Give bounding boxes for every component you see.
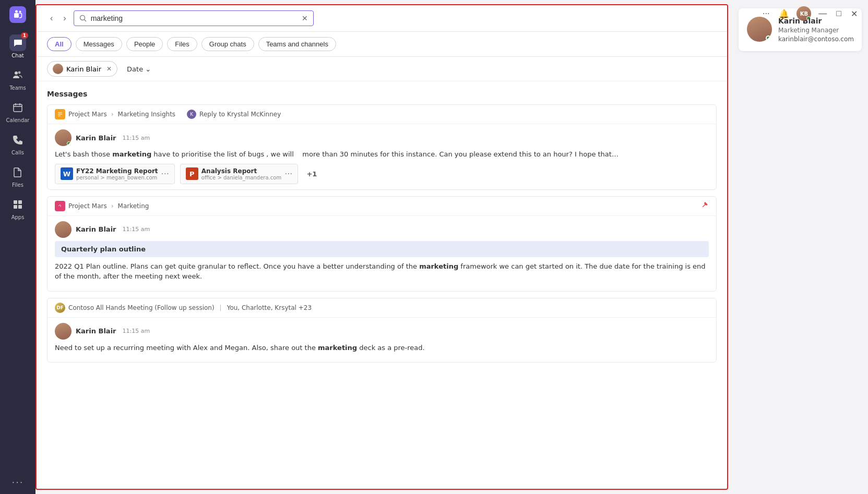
svg-rect-7 xyxy=(18,200,22,204)
message-card: Project Mars › Marketing Insights K Repl… xyxy=(47,104,717,190)
channel-icon xyxy=(55,201,65,211)
contact-title: Marketing Manager xyxy=(778,27,854,34)
svg-rect-8 xyxy=(14,205,17,209)
search-clear-button[interactable]: ✕ xyxy=(302,14,308,22)
breadcrumb-team: Project Mars xyxy=(68,202,107,210)
sender-name: Karin Blair xyxy=(76,225,116,233)
search-input[interactable] xyxy=(91,14,298,22)
message-card-header: DF Contoso All Hands Meeting (Follow up … xyxy=(47,298,716,318)
sender-row: Karin Blair 11:15 am xyxy=(55,221,709,238)
contoso-icon: DF xyxy=(55,303,65,313)
sidebar: 1 Chat Teams Calendar xyxy=(0,0,35,494)
messages-area: Messages Project Mars › Marketing Insigh… xyxy=(37,81,727,489)
sidebar-item-files[interactable]: Files xyxy=(0,160,35,192)
attachment-name: FY22 Marketing Report xyxy=(76,167,158,175)
reply-label: Reply to Krystal McKinney xyxy=(199,111,281,118)
attachment-item[interactable]: P Analysis Report office > daniela_mande… xyxy=(180,164,299,184)
minimize-button[interactable]: — xyxy=(816,7,829,20)
breadcrumb-channel: Marketing Insights xyxy=(118,111,176,118)
attachment-menu-button[interactable]: ··· xyxy=(161,169,169,179)
messages-section-title: Messages xyxy=(47,90,717,98)
message-text: Need to set up a recurring meeting with … xyxy=(55,343,709,353)
sidebar-item-calendar[interactable]: Calendar xyxy=(0,95,35,127)
sidebar-item-chat[interactable]: 1 Chat xyxy=(0,30,35,63)
sender-avatar xyxy=(55,221,72,238)
pin-icon xyxy=(700,201,709,211)
sender-name: Karin Blair xyxy=(76,134,116,142)
tab-all[interactable]: All xyxy=(47,37,72,51)
back-button[interactable]: ‹ xyxy=(47,11,56,25)
svg-rect-5 xyxy=(14,104,22,112)
breadcrumb-group: Contoso All Hands Meeting (Follow up ses… xyxy=(68,304,215,311)
tab-files[interactable]: Files xyxy=(167,37,197,51)
svg-point-3 xyxy=(15,71,18,75)
sender-avatar xyxy=(55,323,72,340)
svg-point-0 xyxy=(19,11,21,13)
breadcrumb-team: Project Mars xyxy=(68,111,107,118)
attachment-path: personal > megan_bowen.com xyxy=(76,175,158,180)
notifications-button[interactable]: 🔔 xyxy=(777,7,791,21)
message-text: 2022 Q1 Plan outline. Plans can get quit… xyxy=(55,261,709,282)
sender-name: Karin Blair xyxy=(76,327,116,335)
forward-button[interactable]: › xyxy=(60,11,69,25)
more-options-button[interactable]: ··· xyxy=(11,477,23,488)
contact-online-dot xyxy=(766,35,771,41)
tab-teams-channels[interactable]: Teams and channels xyxy=(258,37,336,51)
sidebar-item-calls[interactable]: Calls xyxy=(0,127,35,160)
message-text: Let's bash those marketing have to prior… xyxy=(55,149,709,160)
date-filter[interactable]: Date ⌄ xyxy=(123,63,155,75)
tab-people[interactable]: People xyxy=(126,37,163,51)
contact-avatar xyxy=(747,17,772,42)
extra-attachments: +1 xyxy=(303,164,320,184)
filter-tabs: All Messages People Files Group chats Te… xyxy=(37,32,727,57)
calendar-icon xyxy=(9,99,26,116)
search-box: ✕ xyxy=(74,10,314,26)
sender-avatar xyxy=(55,129,72,146)
keyword-highlight: marketing xyxy=(419,262,458,270)
message-card: Project Mars › Marketing Karin Blair 11:… xyxy=(47,196,717,292)
message-card-header: Project Mars › Marketing xyxy=(47,197,716,216)
search-panel: ‹ › ✕ All Messages People Files Group ch… xyxy=(35,4,728,490)
sidebar-item-teams[interactable]: Teams xyxy=(0,63,35,95)
person-filter-clear[interactable]: ✕ xyxy=(106,65,112,73)
user-avatar[interactable]: KB xyxy=(796,6,811,21)
files-icon xyxy=(9,164,26,180)
tab-messages[interactable]: Messages xyxy=(76,37,122,51)
tab-group-chats[interactable]: Group chats xyxy=(201,37,254,51)
reply-avatar: K xyxy=(187,110,196,119)
person-filter[interactable]: Karin Blair ✕ xyxy=(47,61,117,77)
attachment-item[interactable]: W FY22 Marketing Report personal > megan… xyxy=(55,164,175,184)
person-filter-avatar xyxy=(53,64,63,74)
date-filter-label: Date xyxy=(127,65,143,73)
svg-point-12 xyxy=(57,203,63,209)
message-body: Karin Blair 11:15 am Quarterly plan outl… xyxy=(47,216,716,291)
svg-rect-9 xyxy=(18,205,22,209)
contact-email: karinblair@contoso.com xyxy=(778,35,854,43)
sidebar-item-apps[interactable]: Apps xyxy=(0,192,35,224)
search-topbar: ‹ › ✕ xyxy=(37,5,727,32)
participants-label: You, Charlotte, Krsytal +23 xyxy=(227,304,312,311)
svg-point-4 xyxy=(18,71,21,74)
search-icon xyxy=(79,15,87,22)
message-card-header: Project Mars › Marketing Insights K Repl… xyxy=(47,105,716,124)
online-indicator xyxy=(806,16,811,20)
close-button[interactable]: ✕ xyxy=(849,7,860,21)
sender-row: Karin Blair 11:15 am xyxy=(55,129,709,146)
person-filter-name: Karin Blair xyxy=(66,65,101,73)
maximize-button[interactable]: □ xyxy=(834,7,843,20)
message-time: 11:15 am xyxy=(123,135,150,141)
message-time: 11:15 am xyxy=(123,226,150,233)
keyword-highlight: marketing xyxy=(112,150,151,158)
chevron-down-icon: ⌄ xyxy=(145,65,151,73)
attachment-name: Analysis Report xyxy=(201,167,281,175)
svg-point-2 xyxy=(15,10,18,13)
attachment-menu-button[interactable]: ··· xyxy=(284,169,292,179)
calls-icon xyxy=(9,131,26,148)
message-body: Karin Blair 11:15 am Let's bash those ma… xyxy=(47,124,716,189)
breadcrumb-channel: Marketing xyxy=(118,202,149,210)
teams-icon xyxy=(9,67,26,83)
quoted-block: Quarterly plan outline xyxy=(55,241,709,257)
svg-rect-1 xyxy=(14,13,19,18)
topbar-controls: ··· 🔔 KB — □ ✕ xyxy=(760,6,860,21)
ppt-icon: P xyxy=(186,167,198,180)
